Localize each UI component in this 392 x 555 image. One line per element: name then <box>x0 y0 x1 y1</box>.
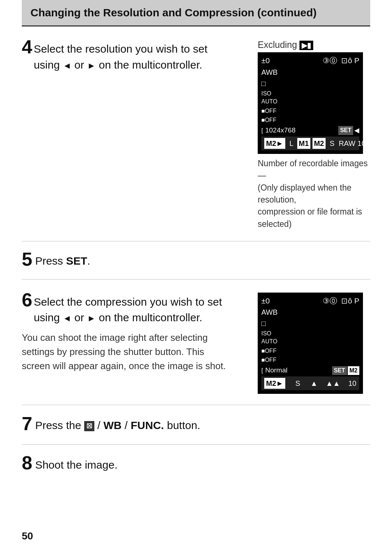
lcd-mode-tri1-2: ▲ <box>310 378 318 388</box>
section-header: Changing the Resolution and Compression … <box>22 0 370 26</box>
step-6-left: 6 Select the compression you wish to set… <box>22 293 243 373</box>
step-4-right: Excluding ▶▮ ±0 ③⓪ ⊡ô P AWB □ ISOAUTO ■O… <box>258 40 370 230</box>
lcd-top-right-1: ③⓪ ⊡ô P <box>323 55 359 66</box>
step-4-lcd-label: Excluding ▶▮ <box>258 40 313 50</box>
step-6-lcd-wrapper: ±0 ③⓪ ⊡ô P AWB □ ISOAUTO ■OFF ■OFF [ Nor… <box>258 293 363 394</box>
step-7-func-bold: FUNC. <box>131 419 164 431</box>
lcd-res-label-2: Normal <box>263 366 332 375</box>
lcd-mode-m2-1: M2► <box>264 138 285 149</box>
step-4-text: Select the resolution you wish to set us… <box>34 40 208 73</box>
step-7-text: Press the ☒ / WB / FUNC. button. <box>35 416 200 433</box>
lcd-row-off2b: ■OFF <box>261 356 359 364</box>
movie-icon: ▶▮ <box>299 41 313 50</box>
step-5-number: 5 <box>22 250 32 269</box>
lcd-set-badge-1: SET <box>338 126 353 135</box>
step-7-wb-bold: WB <box>103 419 122 431</box>
lcd-m2-badge: M2 <box>348 366 359 375</box>
lcd-top-bar-1: ±0 ③⓪ ⊡ô P <box>261 55 359 66</box>
lcd-top-right-2: ③⓪ ⊡ô P <box>323 295 359 306</box>
step-7-row: 7 Press the ☒ / WB / FUNC. button. <box>22 405 370 445</box>
step-4-text-line1: Select the resolution you wish to set <box>34 43 208 55</box>
lcd-row-sq2: □ <box>261 318 359 329</box>
lcd-rows-1: AWB □ ISOAUTO ■OFF ■OFF <box>261 67 359 125</box>
step-4-lcd-screen: ±0 ③⓪ ⊡ô P AWB □ ISOAUTO ■OFF ■OFF [ 102… <box>258 52 363 154</box>
lcd-mode-num-2: 10 <box>348 378 356 388</box>
step-6-sub-line1: You can shoot the image right after sele… <box>22 332 208 343</box>
lcd-note-line2: (Only displayed when the resolution, <box>258 183 351 204</box>
lcd-mode-m1-1: M1 <box>297 138 310 149</box>
lcd-note-line1: Number of recordable images — <box>258 159 368 180</box>
step-6-right: ±0 ③⓪ ⊡ô P AWB □ ISOAUTO ■OFF ■OFF [ Nor… <box>258 293 370 394</box>
lcd-mode-raw-1: RAW <box>339 138 355 148</box>
lcd-row-awb1: AWB <box>261 67 359 78</box>
lcd-modes-bar-1: M2► L M1 M2 S RAW 10 <box>261 136 359 150</box>
step-6-row: 6 Select the compression you wish to set… <box>22 279 370 405</box>
lcd-row-sq1: □ <box>261 78 359 89</box>
step-4-number-line: 4 Select the resolution you wish to set … <box>22 40 243 73</box>
page-wrapper: Changing the Resolution and Compression … <box>0 0 392 555</box>
lcd-note-line3: compression or file format is selected) <box>258 207 362 228</box>
step-6-text-line2: using or on the multicontroller. <box>34 311 202 323</box>
step-4-row: 4 Select the resolution you wish to set … <box>22 26 370 241</box>
lcd-row-off1b: ■OFF <box>261 116 359 125</box>
section-title: Changing the Resolution and Compression … <box>30 7 317 19</box>
lcd-resolution-row-2: [ Normal SET M2 <box>261 364 359 376</box>
step-6-sub: You can shoot the image right after sele… <box>22 331 243 373</box>
step-4-left: 4 Select the resolution you wish to set … <box>22 40 243 73</box>
lcd-top-left-1: ±0 <box>261 55 270 66</box>
step-5-set-bold: SET <box>66 255 87 267</box>
step-6-lcd-screen: ±0 ③⓪ ⊡ô P AWB □ ISOAUTO ■OFF ■OFF [ Nor… <box>258 293 363 394</box>
step-4-text-line2: using or on the multicontroller. <box>34 59 202 71</box>
lcd-mode-s-1: S <box>328 138 336 148</box>
step-4-lcd-note: Number of recordable images — (Only disp… <box>258 158 370 230</box>
step-8-row: 8 Shoot the image. <box>22 445 370 484</box>
lcd-triangle-1: ◀ <box>354 126 359 135</box>
step-6-sub-line2: settings by pressing the shutter button.… <box>22 346 204 357</box>
step-5-text: Press SET. <box>35 252 90 269</box>
lcd-mode-l-1: L <box>287 138 295 148</box>
step-8-text: Shoot the image. <box>35 456 118 473</box>
lcd-row-iso1: ISOAUTO <box>261 89 359 106</box>
step-6-text-line1: Select the compression you wish to set <box>34 296 222 308</box>
lcd-mode-num-1: 10 <box>358 138 366 148</box>
lcd-mode-s-2: S <box>293 378 302 388</box>
lcd-top-left-2: ±0 <box>261 295 270 306</box>
page-number: 50 <box>22 530 33 542</box>
step-6-sub-line3: screen will appear again, once the image… <box>22 360 226 371</box>
lcd-set-badge-2: SET <box>332 366 347 375</box>
step-6-number: 6 <box>22 290 32 309</box>
lcd-modes-bar-2: M2► S ▲ ▲▲ 10 <box>261 376 359 390</box>
lcd-mode-m2-2: M2► <box>264 378 285 389</box>
lcd-mode-tri2-2: ▲▲ <box>326 378 340 388</box>
lcd-row-off2a: ■OFF <box>261 347 359 355</box>
lcd-row-off1a: ■OFF <box>261 107 359 115</box>
lcd-row-awb2: AWB <box>261 307 359 318</box>
step-4-lcd-wrapper: Excluding ▶▮ ±0 ③⓪ ⊡ô P AWB □ ISOAUTO ■O… <box>258 40 370 230</box>
lcd-rows-2: AWB □ ISOAUTO ■OFF ■OFF <box>261 307 359 365</box>
lcd-mode-m2v-1: M2 <box>313 138 326 149</box>
lcd-set-m2: SET M2 <box>332 366 359 375</box>
step-5-row: 5 Press SET. <box>22 241 370 279</box>
lcd-resolution-row-1: [ 1024x768 SET ◀ <box>261 125 359 136</box>
step-7-number: 7 <box>22 414 32 433</box>
disp-icon: ☒ <box>84 421 94 431</box>
lcd-top-bar-2: ±0 ③⓪ ⊡ô P <box>261 295 359 306</box>
lcd-row-iso2: ISOAUTO <box>261 329 359 346</box>
step-4-number: 4 <box>22 37 32 56</box>
step-8-number: 8 <box>22 453 32 472</box>
step-6-text: Select the compression you wish to set u… <box>34 293 222 326</box>
step-6-number-line: 6 Select the compression you wish to set… <box>22 293 243 326</box>
lcd-res-label-1: 1024x768 <box>263 126 338 135</box>
